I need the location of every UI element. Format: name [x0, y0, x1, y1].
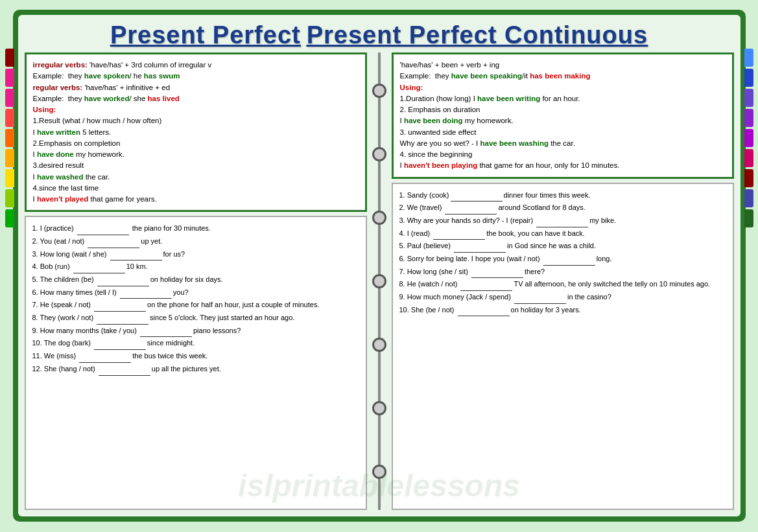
ex-left-2: 2. You (eat / not) up yet.: [32, 235, 359, 248]
right-tabs: [744, 49, 753, 227]
right-tab: [744, 189, 753, 207]
using-right: Using:: [400, 82, 726, 93]
right-tab: [744, 49, 753, 67]
left-tab: [5, 149, 14, 167]
ex-right-9: 9. How much money (Jack / spend) in the …: [399, 291, 726, 304]
ex-left-3: 3. How long (wait / she) for us?: [32, 248, 359, 261]
ex-right-6: 6. Sorry for being late. I hope you (wai…: [399, 253, 726, 266]
title-present-perfect-continuous: Present Perfect Continuous: [307, 21, 648, 49]
grammar-left-line4: Example: they have worked/ she has lived: [33, 93, 359, 104]
ring-7: [372, 465, 386, 479]
left-tab: [5, 49, 14, 67]
ex-left-10: 10. The dog (bark) since midnight.: [32, 337, 359, 350]
inner-bg: Present Perfect Present Perfect Continuo…: [18, 15, 740, 516]
ring-3: [372, 211, 386, 225]
ex-left-12: 12. She (hang / not) up all the pictures…: [32, 363, 359, 376]
left-tab: [5, 129, 14, 147]
ex-left-5: 5. The children (be) on holiday for six …: [32, 273, 359, 286]
exercise-box-right: 1. Sandy (cook) dinner four times this w…: [392, 183, 734, 511]
right-tab: [744, 69, 753, 87]
title-present-perfect: Present Perfect: [110, 21, 301, 49]
left-tab: [5, 89, 14, 107]
grammar-left-line1: irregular verbs: 'have/has' + 3rd column…: [33, 60, 359, 71]
outer-container: Present Perfect Present Perfect Continuo…: [13, 10, 746, 522]
grammar-right-line1: 'have/has' + been + verb + ing: [400, 60, 726, 71]
left-tab: [5, 69, 14, 87]
grammar-box-right: 'have/has' + been + verb + ing Example: …: [392, 52, 734, 179]
exercise-box-left: 1. I (practice) the piano for 30 minutes…: [25, 216, 367, 510]
content-area: irregular verbs: 'have/has' + 3rd column…: [18, 52, 740, 516]
grammar-left-line3: regular verbs: 'have/has' + infinitive +…: [33, 82, 359, 93]
ex-left-4: 4. Bob (run) 10 km.: [32, 260, 359, 273]
right-tab: [744, 209, 753, 227]
right-tab: [744, 109, 753, 127]
title-area: Present Perfect Present Perfect Continuo…: [18, 15, 740, 52]
grammar-left-line2: Example: they have spoken/ he has swum: [33, 71, 359, 82]
grammar-right-line2: Example: they have been speaking/it has …: [400, 71, 726, 82]
left-tab: [5, 109, 14, 127]
ex-right-1: 1. Sandy (cook) dinner four times this w…: [399, 189, 726, 202]
ex-left-8: 8. They (work / not) since 5 o'clock. Th…: [32, 312, 359, 325]
left-tab: [5, 209, 14, 227]
left-tab: [5, 169, 14, 187]
grammar-box-left: irregular verbs: 'have/has' + 3rd column…: [25, 52, 367, 212]
left-column: irregular verbs: 'have/has' + 3rd column…: [25, 52, 370, 510]
ex-right-4: 4. I (read) the book, you can have it ba…: [399, 227, 726, 240]
ex-left-9: 9. How many months (take / you) piano le…: [32, 325, 359, 338]
left-tabs: [5, 49, 14, 227]
using-left: Using:: [33, 104, 359, 115]
ex-right-10: 10. She (be / not) on holiday for 3 year…: [399, 304, 726, 317]
ex-left-11: 11. We (miss) the bus twice this week.: [32, 350, 359, 363]
ex-left-1: 1. I (practice) the piano for 30 minutes…: [32, 222, 359, 235]
ex-right-3: 3. Why are your hands so dirty? - I (rep…: [399, 214, 726, 227]
ex-right-8: 8. He (watch / not) TV all afternoon, he…: [399, 278, 726, 291]
right-tab: [744, 89, 753, 107]
right-tab: [744, 169, 753, 187]
ring-4: [372, 274, 386, 288]
ex-left-7: 7. He (speak / not) on the phone for hal…: [32, 299, 359, 312]
ex-left-6: 6. How many times (tell / I) you?: [32, 286, 359, 299]
ex-right-7: 7. How long (she / sit) there?: [399, 266, 726, 279]
right-column: 'have/has' + been + verb + ing Example: …: [388, 52, 734, 510]
ring-6: [372, 401, 386, 415]
right-tab: [744, 129, 753, 147]
ring-5: [372, 338, 386, 352]
binder: [370, 52, 388, 510]
ring-1: [372, 84, 386, 98]
ex-right-5: 5. Paul (believe) in God since he was a …: [399, 240, 726, 253]
left-tab: [5, 189, 14, 207]
right-tab: [744, 149, 753, 167]
ex-right-2: 2. We (travel) around Scotland for 8 day…: [399, 202, 726, 214]
ring-2: [372, 147, 386, 161]
